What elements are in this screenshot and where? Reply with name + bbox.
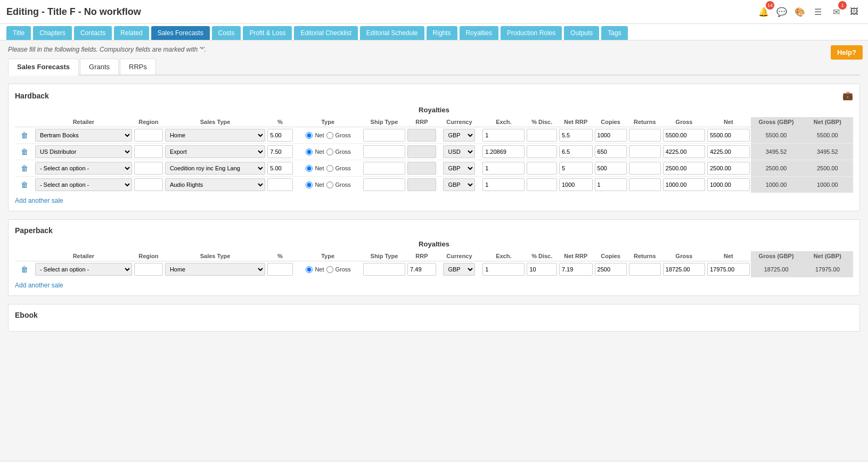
- returns-input-hb-3[interactable]: [629, 178, 661, 191]
- bell-icon-wrapper[interactable]: 🔔 14: [756, 4, 771, 19]
- currency-select-hb-1[interactable]: GBPUSDEUR: [443, 145, 475, 158]
- sales-type-select-hb-0[interactable]: HomeExportCoedition roy inc Eng LangAudi…: [165, 129, 265, 142]
- tab-editorial-schedule[interactable]: Editorial Schedule: [360, 26, 424, 40]
- net-input-hb-0[interactable]: [707, 129, 749, 142]
- ship-type-input-hb-1[interactable]: [363, 145, 405, 158]
- rrp-input-hb-1[interactable]: [407, 145, 436, 158]
- delete-row-button[interactable]: 🗑: [19, 131, 30, 139]
- help-button[interactable]: Help?: [831, 45, 863, 60]
- copies-input-hb-2[interactable]: [595, 162, 627, 175]
- region-input-hb-2[interactable]: [134, 162, 163, 175]
- exch-input-hb-3[interactable]: [482, 178, 525, 191]
- currency-select-pb-0[interactable]: GBPUSDEUR: [443, 263, 475, 276]
- disc-input-hb-2[interactable]: [527, 162, 556, 175]
- disc-input-pb-0[interactable]: [527, 263, 556, 276]
- type-gross-radio[interactable]: [326, 266, 333, 273]
- exch-input-hb-1[interactable]: [482, 145, 525, 158]
- image-icon[interactable]: 🖼: [847, 4, 862, 19]
- copies-input-hb-0[interactable]: [595, 129, 627, 142]
- envelope-icon-wrapper[interactable]: ✉ 1: [829, 4, 844, 19]
- ship-type-input-hb-2[interactable]: [363, 162, 405, 175]
- currency-select-hb-3[interactable]: GBPUSDEUR: [443, 178, 475, 191]
- tab-editorial-checklist[interactable]: Editorial Checklist: [294, 26, 357, 40]
- gross-input-hb-1[interactable]: [663, 145, 705, 158]
- subtab-rrps[interactable]: RRPs: [120, 59, 156, 75]
- net-rrp-input-hb-3[interactable]: [559, 178, 593, 191]
- rrp-input-pb-0[interactable]: [407, 263, 436, 276]
- type-net-radio[interactable]: [306, 182, 313, 188]
- rrp-input-hb-3[interactable]: [407, 178, 436, 191]
- tab-tags[interactable]: Tags: [601, 26, 627, 40]
- sales-type-select-pb-0[interactable]: HomeExportCoedition roy inc Eng LangAudi…: [165, 263, 265, 276]
- tab-royalties[interactable]: Royalties: [460, 26, 498, 40]
- region-input-hb-1[interactable]: [134, 145, 163, 158]
- delete-row-button[interactable]: 🗑: [19, 147, 30, 156]
- paperback-add-link[interactable]: Add another sale: [15, 282, 63, 289]
- region-input-pb-0[interactable]: [134, 263, 163, 276]
- returns-input-hb-0[interactable]: [629, 129, 661, 142]
- delete-row-button[interactable]: 🗑: [19, 180, 30, 189]
- ship-type-input-hb-3[interactable]: [363, 178, 405, 191]
- sales-type-select-hb-1[interactable]: HomeExportCoedition roy inc Eng LangAudi…: [165, 145, 265, 158]
- type-gross-radio[interactable]: [326, 132, 333, 139]
- exch-input-hb-2[interactable]: [482, 162, 525, 175]
- ship-type-input-pb-0[interactable]: [363, 263, 405, 276]
- exch-input-pb-0[interactable]: [482, 263, 525, 276]
- tab-related[interactable]: Related: [114, 26, 149, 40]
- palette-icon[interactable]: 🎨: [792, 4, 807, 19]
- retailer-select-hb-1[interactable]: - Select an option -Bertram BooksUS Dist…: [35, 145, 132, 158]
- rrp-input-hb-0[interactable]: [407, 129, 436, 142]
- tab-costs[interactable]: Costs: [212, 26, 241, 40]
- type-gross-radio[interactable]: [326, 165, 333, 172]
- delete-row-button[interactable]: 🗑: [19, 164, 30, 172]
- retailer-select-hb-3[interactable]: - Select an option -Bertram BooksUS Dist…: [35, 178, 132, 191]
- type-net-radio[interactable]: [306, 165, 313, 172]
- sales-type-select-hb-2[interactable]: HomeExportCoedition roy inc Eng LangAudi…: [165, 162, 265, 175]
- net-input-hb-3[interactable]: [707, 178, 749, 191]
- copies-input-pb-0[interactable]: [595, 263, 627, 276]
- tab-profit-loss[interactable]: Profit & Loss: [243, 26, 292, 40]
- returns-input-pb-0[interactable]: [629, 263, 661, 276]
- copies-input-hb-1[interactable]: [595, 145, 627, 158]
- disc-input-hb-0[interactable]: [527, 129, 556, 142]
- net-rrp-input-pb-0[interactable]: [559, 263, 593, 276]
- copies-input-hb-3[interactable]: [595, 178, 627, 191]
- rrp-input-hb-2[interactable]: [407, 162, 436, 175]
- exch-input-hb-0[interactable]: [482, 129, 525, 142]
- comment-icon[interactable]: 💬: [774, 4, 789, 19]
- retailer-select-pb-0[interactable]: - Select an option -Bertram BooksUS Dist…: [35, 263, 132, 276]
- currency-select-hb-0[interactable]: GBPUSDEUR: [443, 129, 475, 142]
- sales-type-select-hb-3[interactable]: HomeExportCoedition roy inc Eng LangAudi…: [165, 178, 265, 191]
- pct-input-hb-2[interactable]: [267, 162, 292, 175]
- type-gross-radio[interactable]: [326, 182, 333, 188]
- gross-input-pb-0[interactable]: [663, 263, 705, 276]
- retailer-select-hb-2[interactable]: - Select an option -Bertram BooksUS Dist…: [35, 162, 132, 175]
- net-input-hb-2[interactable]: [707, 162, 749, 175]
- hardback-add-link[interactable]: Add another sale: [15, 197, 63, 204]
- pct-input-pb-0[interactable]: [267, 263, 292, 276]
- tab-rights[interactable]: Rights: [427, 26, 457, 40]
- tab-contacts[interactable]: Contacts: [74, 26, 112, 40]
- tab-outputs[interactable]: Outputs: [564, 26, 599, 40]
- retailer-select-hb-0[interactable]: - Select an option -Bertram BooksUS Dist…: [35, 129, 132, 142]
- disc-input-hb-1[interactable]: [527, 145, 556, 158]
- gross-input-hb-2[interactable]: [663, 162, 705, 175]
- returns-input-hb-2[interactable]: [629, 162, 661, 175]
- pct-input-hb-0[interactable]: [267, 129, 292, 142]
- ship-type-input-hb-0[interactable]: [363, 129, 405, 142]
- net-rrp-input-hb-1[interactable]: [559, 145, 593, 158]
- net-rrp-input-hb-2[interactable]: [559, 162, 593, 175]
- currency-select-hb-2[interactable]: GBPUSDEUR: [443, 162, 475, 175]
- type-gross-radio[interactable]: [326, 148, 333, 155]
- tab-sales-forecasts[interactable]: Sales Forecasts: [151, 26, 210, 40]
- tab-title[interactable]: Title: [6, 26, 31, 40]
- type-net-radio[interactable]: [306, 148, 313, 155]
- region-input-hb-0[interactable]: [134, 129, 163, 142]
- delete-row-button[interactable]: 🗑: [19, 265, 30, 274]
- pct-input-hb-3[interactable]: [267, 178, 292, 191]
- net-input-pb-0[interactable]: [707, 263, 749, 276]
- tab-production-roles[interactable]: Production Roles: [501, 26, 562, 40]
- region-input-hb-3[interactable]: [134, 178, 163, 191]
- gross-input-hb-0[interactable]: [663, 129, 705, 142]
- tab-chapters[interactable]: Chapters: [33, 26, 72, 40]
